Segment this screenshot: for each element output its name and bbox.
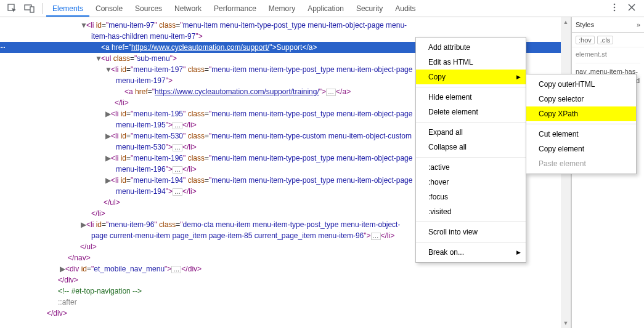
dom-comment[interactable]: <!-- #et-top-navigation --> [0,286,571,297]
panel-tabs: Elements Console Sources Network Perform… [46,1,422,17]
inspect-icon[interactable] [7,3,18,14]
ctx-break-on[interactable]: Break on...▶ [416,245,526,260]
ctx-expand-all[interactable]: Expand all [416,125,526,140]
context-submenu-copy: Copy outerHTML Copy selector Copy XPath … [526,74,637,174]
tab-security[interactable]: Security [350,1,389,17]
ctx-delete-element[interactable]: Delete element [416,105,526,119]
tab-sources[interactable]: Sources [129,1,168,17]
ctx-add-attribute[interactable]: Add attribute [416,40,526,55]
ctx-copy-outerhtml[interactable]: Copy outerHTML [526,77,636,92]
tab-performance[interactable]: Performance [208,1,263,17]
scroll-down-icon[interactable]: ▼ [561,318,571,328]
ctx-copy-xpath[interactable]: Copy XPath [526,106,636,121]
cls-toggle[interactable]: .cls [597,36,614,44]
tab-application[interactable]: Application [301,1,350,17]
ctx-collapse-all[interactable]: Collapse all [416,140,526,154]
ctx-paste-element: Paste element [526,156,636,171]
ctx-scroll-into-view[interactable]: Scroll into view [416,225,526,239]
hov-toggle[interactable]: :hov [576,36,595,44]
dom-node[interactable]: </div> [0,274,571,286]
ctx-visited[interactable]: :visited [416,204,526,219]
scroll-up-icon[interactable]: ▲ [561,17,571,27]
tab-elements[interactable]: Elements [46,1,89,17]
dom-node[interactable]: ▶<div id="et_mobile_nav_menu">…</div> [0,263,571,274]
ctx-hide-element[interactable]: Hide element [416,90,526,105]
ctx-active[interactable]: :active [416,160,526,175]
kebab-menu-icon[interactable] [609,2,619,12]
dom-node[interactable]: ▼<li id="menu-item-97" class="menu-item … [0,20,571,31]
styles-tab[interactable]: Styles [576,21,594,28]
svg-rect-2 [30,7,34,12]
device-toolbar-icon[interactable] [24,3,35,14]
context-menu: Add attribute Edit as HTML Copy▶ Hide el… [415,37,526,263]
element-style-section[interactable]: element.st [576,50,640,59]
ctx-copy[interactable]: Copy▶ [416,70,526,84]
dom-node[interactable]: </div> [0,308,571,319]
ctx-copy-selector[interactable]: Copy selector [526,92,636,106]
ctx-focus[interactable]: :focus [416,190,526,204]
svg-point-5 [614,10,616,12]
tab-audits[interactable]: Audits [389,1,422,17]
svg-point-3 [614,4,616,6]
ctx-hover[interactable]: :hover [416,175,526,190]
tab-console[interactable]: Console [89,1,129,17]
ctx-edit-html[interactable]: Edit as HTML [416,55,526,70]
ctx-copy-element[interactable]: Copy element [526,142,636,156]
svg-point-4 [614,7,616,9]
tab-memory[interactable]: Memory [263,1,301,17]
dom-pseudo[interactable]: ::after [0,297,571,308]
ctx-cut-element[interactable]: Cut element [526,127,636,142]
tab-network[interactable]: Network [168,1,208,17]
close-icon[interactable] [627,2,637,12]
more-tabs-icon[interactable]: » [637,21,640,28]
